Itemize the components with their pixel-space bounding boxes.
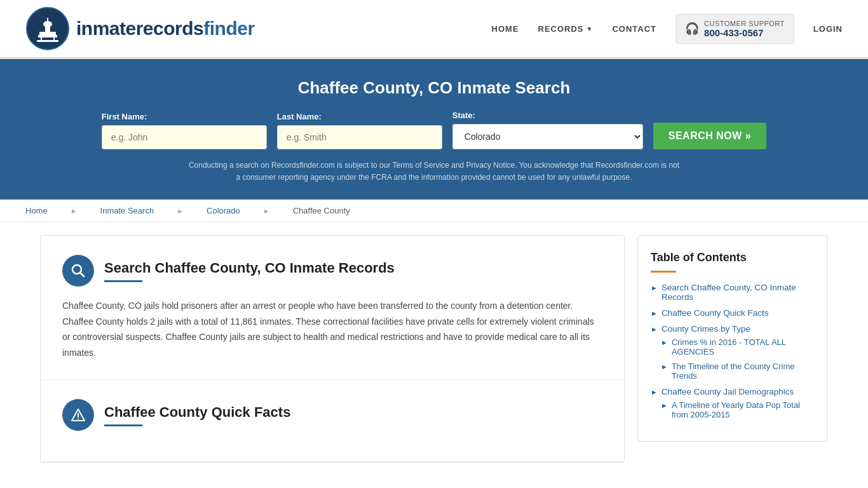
chevron-right-icon: ► [651, 388, 658, 396]
chevron-right-icon: ► [661, 339, 668, 346]
svg-rect-5 [47, 18, 48, 23]
breadcrumb-home[interactable]: Home [25, 206, 48, 215]
chevron-right-icon: ► [661, 402, 668, 409]
breadcrumb-sep-2: ► [177, 207, 184, 215]
svg-rect-7 [53, 35, 55, 40]
section2-title: Chaffee County Quick Facts [104, 404, 290, 421]
nav-login[interactable]: LOGIN [813, 24, 843, 34]
svg-rect-2 [39, 32, 56, 35]
toc-title: Table of Contents [651, 251, 815, 264]
page-title: Chaffee County, CO Inmate Search [25, 78, 843, 98]
breadcrumb-sep-1: ► [71, 207, 78, 215]
toc-link-2[interactable]: ► Chaffee County Quick Facts [651, 308, 815, 318]
first-name-label: First Name: [102, 112, 267, 121]
toc-item-4: ► Chaffee County Jail Demographics ► A T… [651, 387, 815, 419]
section-search-records: Search Chaffee County, CO Inmate Records… [41, 236, 624, 380]
toc-subitem-3-2: ► The Timeline of the County Crime Trend… [661, 362, 815, 381]
main-content: Search Chaffee County, CO Inmate Records… [27, 235, 841, 463]
search-form: First Name: Last Name: State: Colorado S… [25, 111, 843, 149]
search-section-icon [62, 255, 94, 287]
site-header: inmaterecordsfinder HOME RECORDS ▼ CONTA… [0, 0, 868, 59]
toc-link-4[interactable]: ► Chaffee County Jail Demographics [651, 387, 815, 396]
section1-header: Search Chaffee County, CO Inmate Records [62, 255, 602, 287]
section1-body: Chaffee County, CO jails hold prisoners … [62, 298, 602, 360]
section2-underline [104, 424, 142, 426]
search-icon [71, 264, 85, 278]
state-select[interactable]: Colorado [452, 124, 643, 149]
toc-underline [651, 271, 676, 273]
support-label: CUSTOMER SUPPORT [704, 20, 785, 27]
section1-title: Search Chaffee County, CO Inmate Records [104, 260, 395, 276]
svg-point-13 [78, 418, 79, 419]
headphone-icon: 🎧 [685, 22, 699, 36]
toc-list: ► Search Chaffee County, CO Inmate Recor… [651, 283, 815, 419]
svg-rect-8 [37, 40, 58, 42]
support-number: 800-433-0567 [704, 27, 785, 38]
breadcrumb: Home ► Inmate Search ► Colorado ► Chaffe… [0, 200, 868, 222]
toc-item-1: ► Search Chaffee County, CO Inmate Recor… [651, 283, 815, 302]
nav-home[interactable]: HOME [492, 24, 519, 34]
first-name-input[interactable] [102, 125, 267, 149]
toc-subitem-3-1: ► Crimes % in 2016 - TOTAL ALL AGENCIES [661, 337, 815, 356]
breadcrumb-state[interactable]: Colorado [207, 206, 240, 215]
svg-rect-6 [41, 35, 42, 40]
table-of-contents: Table of Contents ► Search Chaffee Count… [637, 235, 828, 442]
disclaimer-text: Conducting a search on Recordsfinder.com… [186, 159, 682, 184]
svg-line-10 [80, 273, 84, 276]
state-group: State: Colorado [452, 111, 643, 149]
content-area: Search Chaffee County, CO Inmate Records… [40, 235, 625, 463]
chevron-right-icon: ► [661, 363, 668, 370]
toc-sublink-3-1[interactable]: ► Crimes % in 2016 - TOTAL ALL AGENCIES [661, 337, 815, 356]
section-quick-facts: Chaffee County Quick Facts [41, 380, 624, 462]
chevron-right-icon: ► [651, 309, 658, 317]
last-name-group: Last Name: [277, 112, 442, 149]
chevron-right-icon: ► [651, 284, 658, 292]
toc-subitem-4-1: ► A Timeline of Yearly Data Pop Total fr… [661, 400, 815, 419]
toc-sublink-3-2[interactable]: ► The Timeline of the County Crime Trend… [661, 362, 815, 381]
last-name-label: Last Name: [277, 112, 442, 121]
nav-records[interactable]: RECORDS ▼ [538, 24, 593, 34]
toc-link-3[interactable]: ► County Crimes by Type [651, 324, 815, 334]
breadcrumb-inmate-search[interactable]: Inmate Search [100, 206, 154, 215]
logo-text: inmaterecordsfinder [76, 18, 255, 39]
breadcrumb-sep-3: ► [263, 207, 270, 215]
toc-sublist-3: ► Crimes % in 2016 - TOTAL ALL AGENCIES … [661, 337, 815, 381]
nav-contact[interactable]: CONTACT [612, 24, 656, 34]
chevron-down-icon: ▼ [587, 25, 593, 32]
search-button[interactable]: SEARCH NOW » [653, 123, 766, 149]
logo-icon [25, 6, 70, 51]
warning-section-icon [62, 399, 94, 431]
customer-support-box[interactable]: 🎧 CUSTOMER SUPPORT 800-433-0567 [675, 14, 794, 44]
section2-header: Chaffee County Quick Facts [62, 399, 602, 431]
breadcrumb-current: Chaffee County [293, 206, 350, 215]
search-banner: Chaffee County, CO Inmate Search First N… [0, 59, 868, 200]
logo[interactable]: inmaterecordsfinder [25, 6, 255, 51]
chevron-right-icon: ► [651, 325, 658, 333]
warning-icon [71, 408, 85, 422]
toc-sublink-4-1[interactable]: ► A Timeline of Yearly Data Pop Total fr… [661, 400, 815, 419]
toc-item-3: ► County Crimes by Type ► Crimes % in 20… [651, 324, 815, 381]
last-name-input[interactable] [277, 125, 442, 149]
section1-underline [104, 280, 142, 282]
toc-item-2: ► Chaffee County Quick Facts [651, 308, 815, 318]
toc-link-1[interactable]: ► Search Chaffee County, CO Inmate Recor… [651, 283, 815, 302]
toc-sublist-4: ► A Timeline of Yearly Data Pop Total fr… [661, 400, 815, 419]
first-name-group: First Name: [102, 112, 267, 149]
state-label: State: [452, 111, 643, 120]
main-nav: HOME RECORDS ▼ CONTACT 🎧 CUSTOMER SUPPOR… [492, 14, 843, 44]
